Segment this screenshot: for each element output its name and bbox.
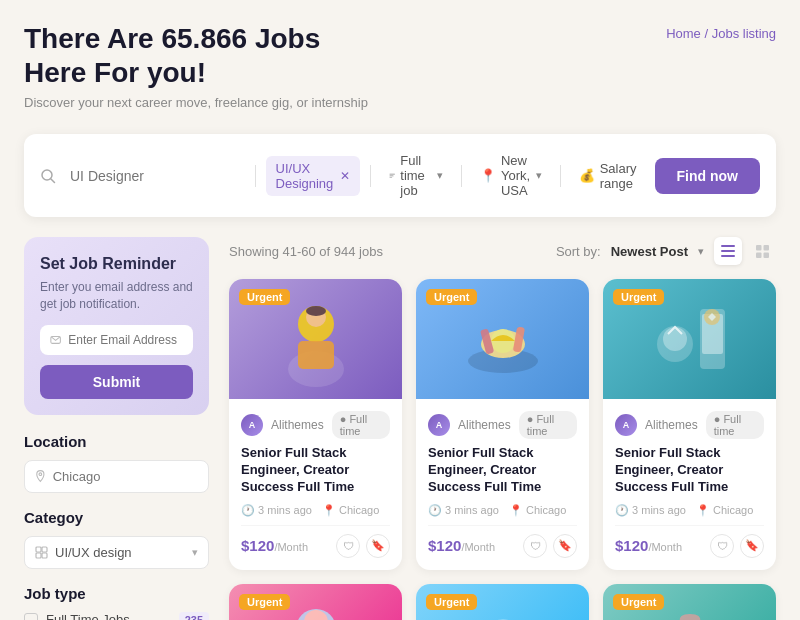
card-image: Urgent [603, 279, 776, 399]
bookmark-icon[interactable]: 🔖 [366, 534, 390, 558]
sidebar: Set Job Reminder Enter you email address… [24, 237, 209, 620]
shield-icon[interactable]: 🛡 [710, 534, 734, 558]
company-name: Alithemes [645, 418, 698, 432]
svg-rect-3 [389, 175, 393, 176]
category-select[interactable]: UI/UX design ▾ [24, 536, 209, 569]
chevron-down-icon: ▾ [437, 169, 443, 182]
jobs-grid: Urgent A Alithemes [229, 279, 776, 620]
svg-rect-7 [36, 547, 41, 552]
email-input[interactable] [68, 333, 183, 347]
svg-rect-4 [389, 177, 392, 178]
divider [560, 165, 561, 187]
reminder-desc: Enter you email address and get job noti… [40, 279, 193, 313]
avatar: A [241, 414, 263, 436]
category-value: UI/UX design [55, 545, 185, 560]
hero-subtitle: Discover your next career move, freelanc… [24, 95, 368, 110]
jobs-count: Showing 41-60 of 944 jobs [229, 244, 383, 259]
job-type-filter[interactable]: Full time job ▾ [381, 148, 452, 203]
job-title: Senior Full Stack Engineer, Creator Succ… [241, 445, 390, 496]
main-content: Set Job Reminder Enter you email address… [0, 217, 800, 620]
sort-wrap: Sort by: Newest Post ▾ [556, 237, 776, 265]
card-info: 🕐 3 mins ago 📍 Chicago [615, 504, 764, 517]
job-card: Urgent A Alithemes ● Full t [229, 584, 402, 620]
svg-rect-8 [42, 547, 47, 552]
salary: $120/Month [615, 537, 682, 554]
card-actions: 🛡 🔖 [710, 534, 764, 558]
reminder-title: Set Job Reminder [40, 255, 193, 273]
svg-rect-17 [763, 252, 769, 258]
svg-rect-11 [721, 245, 735, 247]
find-now-button[interactable]: Find now [655, 158, 760, 194]
card-actions: 🛡 🔖 [336, 534, 390, 558]
card-meta: A Alithemes ● Full time [428, 411, 577, 439]
job-type-badge: ● Full time [519, 411, 577, 439]
salary: $120/Month [241, 537, 308, 554]
card-location: 📍 Chicago [509, 504, 566, 517]
svg-rect-13 [721, 255, 735, 257]
location-filter[interactable]: 📍 New York, USA ▾ [472, 148, 550, 203]
card-body: A Alithemes ● Full time Senior Full Stac… [229, 399, 402, 570]
location-title: Location [24, 433, 209, 450]
svg-rect-2 [389, 173, 395, 174]
svg-rect-14 [756, 245, 762, 251]
shield-icon[interactable]: 🛡 [523, 534, 547, 558]
svg-point-6 [39, 473, 42, 476]
salary-row: $120/Month 🛡 🔖 [428, 525, 577, 558]
card-body: A Alithemes ● Full time Senior Full Stac… [416, 399, 589, 570]
card-time: 🕐 3 mins ago [241, 504, 312, 517]
job-type-label: Full Time Jobs [46, 612, 130, 620]
search-icon [40, 168, 56, 184]
chevron-down-icon: ▾ [536, 169, 542, 182]
job-card: Urgent A Alithemes [229, 279, 402, 570]
search-input[interactable] [70, 168, 245, 184]
sort-value[interactable]: Newest Post [611, 244, 688, 259]
company-name: Alithemes [458, 418, 511, 432]
card-location: 📍 Chicago [322, 504, 379, 517]
bookmark-icon[interactable]: 🔖 [740, 534, 764, 558]
card-meta: A Alithemes ● Full time [241, 411, 390, 439]
card-location: 📍 Chicago [696, 504, 753, 517]
job-type-count: 235 [179, 612, 209, 620]
location-input[interactable] [53, 469, 198, 484]
close-icon[interactable]: ✕ [340, 169, 350, 183]
card-body: A Alithemes ● Full time Senior Full Stac… [603, 399, 776, 570]
svg-point-32 [663, 327, 687, 351]
svg-line-1 [51, 179, 55, 183]
divider [255, 165, 256, 187]
reminder-card: Set Job Reminder Enter you email address… [24, 237, 209, 415]
list-view-icon[interactable] [714, 237, 742, 265]
location-icon: 📍 [480, 168, 496, 183]
card-info: 🕐 3 mins ago 📍 Chicago [428, 504, 577, 517]
svg-point-22 [306, 306, 326, 316]
view-icons [714, 237, 776, 265]
bookmark-icon[interactable]: 🔖 [553, 534, 577, 558]
svg-rect-20 [298, 341, 334, 369]
salary: $120/Month [428, 537, 495, 554]
job-card: Urgent [416, 584, 589, 620]
jobs-content: Showing 41-60 of 944 jobs Sort by: Newes… [229, 237, 776, 620]
filter-tag-category[interactable]: UI/UX Designing ✕ [266, 156, 361, 196]
job-type-badge: ● Full time [706, 411, 764, 439]
svg-rect-16 [756, 252, 762, 258]
job-type-badge: ● Full time [332, 411, 390, 439]
job-type-section: Job type Full Time Jobs 235 Part Time Jo… [24, 585, 209, 620]
shield-icon[interactable]: 🛡 [336, 534, 360, 558]
chevron-down-icon: ▾ [192, 546, 198, 559]
breadcrumb-current: Jobs listing [712, 26, 776, 41]
company-name: Alithemes [271, 418, 324, 432]
grid-view-icon[interactable] [748, 237, 776, 265]
salary-icon: 💰 [579, 168, 595, 183]
card-time: 🕐 3 mins ago [428, 504, 499, 517]
card-image: Urgent [416, 584, 589, 620]
breadcrumb-sep: / [704, 26, 711, 41]
breadcrumb-home[interactable]: Home [666, 26, 701, 41]
svg-rect-15 [763, 245, 769, 251]
avatar: A [615, 414, 637, 436]
submit-button[interactable]: Submit [40, 365, 193, 399]
salary-filter[interactable]: 💰 Salary range [571, 156, 645, 196]
breadcrumb: Home / Jobs listing [666, 26, 776, 41]
chevron-down-icon[interactable]: ▾ [698, 245, 704, 258]
checkbox-fulltime[interactable] [24, 613, 38, 620]
salary-row: $120/Month 🛡 🔖 [615, 525, 764, 558]
svg-rect-9 [36, 553, 41, 558]
